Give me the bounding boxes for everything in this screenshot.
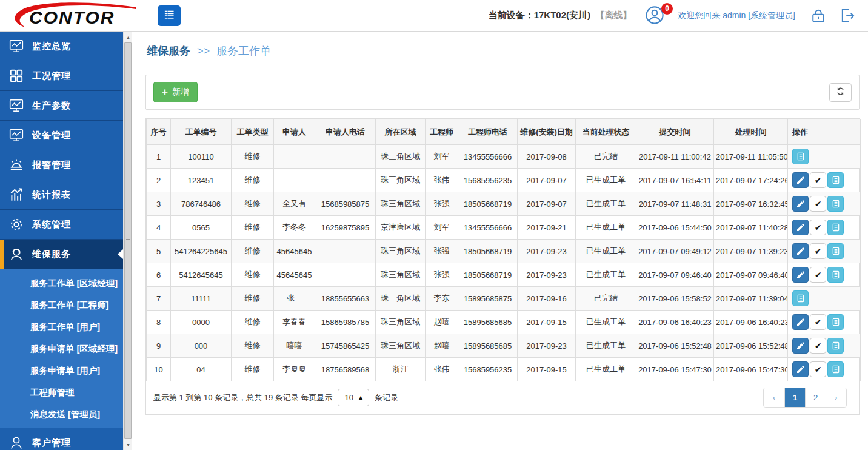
confirm-button[interactable]: ✔ (810, 172, 826, 188)
detail-button[interactable] (792, 149, 809, 164)
add-button[interactable]: + 新增 (153, 82, 198, 102)
sidebar-item-7[interactable]: 系统管理 (0, 210, 123, 240)
detail-button[interactable] (827, 361, 844, 377)
edit-icon (796, 317, 806, 327)
table-cell: 维修 (232, 169, 274, 192)
edit-icon (796, 364, 806, 374)
sidebar-item-label: 维保服务 (32, 249, 71, 260)
edit-button[interactable] (792, 361, 809, 377)
edit-button[interactable] (792, 220, 809, 235)
sidebar-item-3[interactable]: 生产参数 (0, 91, 123, 121)
edit-button[interactable] (792, 314, 809, 330)
sidebar-item-1[interactable]: 监控总览 (0, 32, 123, 61)
table-cell: 10 (147, 358, 171, 381)
notifications-button[interactable]: 0 (644, 5, 666, 27)
page-button-2[interactable]: 2 (805, 388, 826, 407)
sidebar-item-9[interactable]: 客户管理 (0, 428, 123, 450)
sidebar-toggle-button[interactable] (158, 5, 181, 26)
sidebar-item-5[interactable]: 报警管理 (0, 150, 123, 180)
detail-button[interactable] (792, 290, 809, 306)
table-cell: 维修 (232, 192, 274, 216)
table-cell: 2017-09-06 15:58:52 (636, 287, 714, 311)
edit-button[interactable] (792, 243, 809, 259)
sidebar-subitem-7[interactable]: 消息发送 [管理员] (0, 403, 123, 425)
sidebar-subitem-1[interactable]: 服务工作单 [区域经理] (0, 272, 123, 294)
work-orders-table: 序号工单编号工单类型申请人申请人电话所在区域工程师工程师电话维修(安装)日期当前… (146, 119, 861, 381)
caret-up-icon: ▲ (359, 395, 362, 400)
logout-button[interactable] (839, 7, 856, 24)
table-cell: 已完结 (576, 287, 636, 311)
row-actions: ✔ (788, 311, 861, 334)
table-cell: 5412645645 (171, 263, 232, 287)
table-cell: 0000 (171, 311, 232, 334)
check-icon: ✔ (815, 317, 822, 327)
confirm-button[interactable]: ✔ (810, 267, 826, 283)
breadcrumb-section[interactable]: 维保服务 (147, 45, 190, 57)
scroll-up-arrow-icon[interactable]: ▲ (124, 32, 133, 42)
sidebar-subitem-2[interactable]: 服务工作单 [工程师] (0, 294, 123, 316)
sidebar-subitem-5[interactable]: 服务申请单 [用户] (0, 360, 123, 381)
edit-icon (796, 246, 806, 256)
confirm-button[interactable]: ✔ (810, 243, 826, 259)
sidebar-scrollbar[interactable]: ▲ ▼ (123, 32, 132, 450)
table-cell: 2017-09-07 11:39:04 (714, 287, 788, 311)
table-body: 1100110维修珠三角区域刘军134555566662017-09-08已完结… (147, 145, 861, 381)
sidebar-item-4[interactable]: 设备管理 (0, 121, 123, 150)
detail-button[interactable] (827, 267, 844, 283)
detail-button[interactable] (827, 314, 844, 330)
detail-button[interactable] (827, 220, 844, 235)
table-row-3: 3786746486维修全又有15685985875珠三角区域张强1850566… (147, 192, 861, 216)
check-icon: ✔ (815, 270, 822, 280)
confirm-button[interactable]: ✔ (810, 220, 826, 235)
table-cell: 100110 (171, 145, 232, 169)
page-button-1[interactable]: 1 (784, 388, 805, 407)
table-row-1: 1100110维修珠三角区域刘军134555566662017-09-08已完结… (147, 145, 861, 169)
confirm-button[interactable]: ✔ (810, 338, 826, 354)
edit-button[interactable] (792, 196, 809, 212)
table-row-10: 1004维修李夏夏18756589568浙江张伟156859562352017-… (147, 358, 861, 381)
edit-button[interactable] (792, 267, 809, 283)
table-cell: 11111 (171, 287, 232, 311)
table-cell: 15685985875 (315, 192, 376, 216)
detail-button[interactable] (827, 172, 844, 188)
table-cell (315, 145, 376, 169)
detail-button[interactable] (827, 243, 844, 259)
sidebar-subitem-3[interactable]: 服务工作单 [用户] (0, 316, 123, 338)
confirm-button[interactable]: ✔ (810, 314, 826, 330)
confirm-button[interactable]: ✔ (810, 361, 826, 377)
detail-button[interactable] (827, 338, 844, 354)
scrollbar-thumb[interactable] (124, 42, 132, 439)
detail-icon (831, 341, 841, 351)
table-cell: 2017-09-06 15:52:48 (714, 334, 788, 358)
column-header-9: 维修(安装)日期 (518, 119, 576, 145)
edit-button[interactable] (792, 172, 809, 188)
table-cell: 2017-09-06 16:40:23 (636, 311, 714, 334)
table-cell: 李冬冬 (274, 216, 315, 240)
column-header-6: 所在区域 (376, 119, 426, 145)
prev-page-button[interactable]: ‹ (764, 388, 784, 407)
sidebar-item-label: 系统管理 (32, 219, 71, 230)
sidebar-item-8[interactable]: 维保服务 (0, 240, 123, 269)
page-size-select[interactable]: 10 ▲ (338, 389, 369, 406)
table-cell (274, 169, 315, 192)
sidebar-subitem-6[interactable]: 工程师管理 (0, 381, 123, 403)
alarm-icon (8, 157, 24, 173)
table-cell: 已生成工单 (576, 334, 636, 358)
table-cell: 已生成工单 (576, 240, 636, 263)
next-page-button[interactable]: › (826, 388, 846, 407)
table-cell: 15745865425 (315, 334, 376, 358)
edit-button[interactable] (792, 338, 809, 354)
sidebar-subitem-4[interactable]: 服务申请单 [区域经理] (0, 338, 123, 360)
confirm-button[interactable]: ✔ (810, 196, 826, 212)
sidebar-item-6[interactable]: 统计报表 (0, 180, 123, 210)
column-header-4: 申请人 (274, 119, 315, 145)
refresh-button[interactable] (829, 83, 852, 102)
detail-button[interactable] (827, 196, 844, 212)
lock-screen-button[interactable] (810, 7, 827, 24)
scroll-down-arrow-icon[interactable]: ▼ (124, 440, 133, 449)
table-cell: 18505668719 (458, 240, 518, 263)
sidebar-item-2[interactable]: 工况管理 (0, 61, 123, 91)
welcome-message[interactable]: 欢迎您回来admin [系统管理员] (678, 10, 798, 21)
detail-icon (831, 270, 841, 280)
detail-icon (831, 317, 841, 327)
